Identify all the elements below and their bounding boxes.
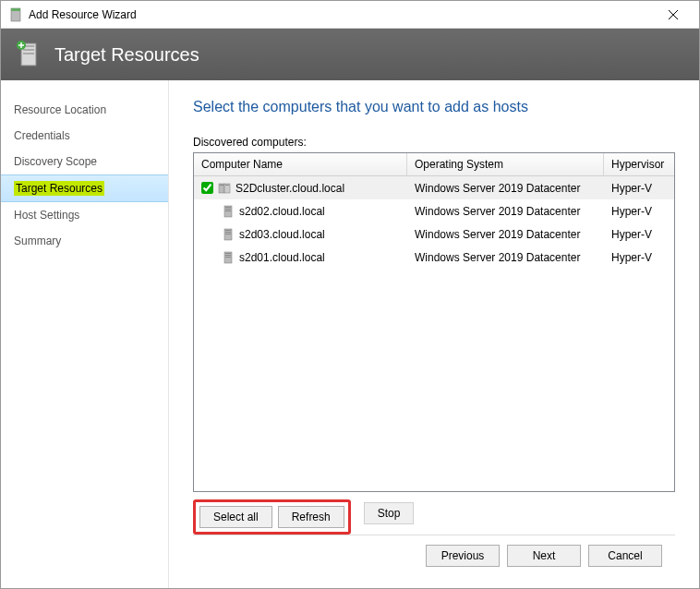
server-icon <box>221 227 235 242</box>
cell-computer-name: s2d03.cloud.local <box>194 227 407 242</box>
svg-rect-22 <box>225 234 231 234</box>
wizard-icon <box>8 7 23 22</box>
server-icon <box>221 250 235 265</box>
close-button[interactable] <box>655 2 692 28</box>
column-header-hypervisor[interactable]: Hypervisor <box>604 153 674 175</box>
wizard-step[interactable]: Resource Location <box>1 97 168 123</box>
cell-hypervisor: Hyper-V <box>604 205 674 218</box>
wizard-step-label: Discovery Scope <box>14 155 97 168</box>
list-label: Discovered computers: <box>193 136 675 149</box>
cell-hypervisor: Hyper-V <box>604 182 674 195</box>
svg-rect-16 <box>225 207 231 208</box>
row-checkbox[interactable] <box>201 182 213 194</box>
svg-rect-21 <box>225 232 231 233</box>
wizard-step-label: Summary <box>14 234 61 247</box>
wizard-step[interactable]: Summary <box>1 228 168 254</box>
cell-hypervisor: Hyper-V <box>604 251 674 264</box>
wizard-sidebar: Resource LocationCredentialsDiscovery Sc… <box>1 80 169 589</box>
wizard-step-label: Credentials <box>14 129 70 142</box>
svg-rect-13 <box>220 185 223 186</box>
cell-computer-name: S2Dcluster.cloud.local <box>194 181 407 196</box>
svg-rect-18 <box>225 210 231 211</box>
titlebar: Add Resource Wizard <box>1 1 699 29</box>
svg-rect-7 <box>23 53 34 54</box>
select-all-button[interactable]: Select all <box>199 506 272 528</box>
column-header-name[interactable]: Computer Name <box>194 153 407 175</box>
svg-rect-14 <box>225 185 229 186</box>
svg-rect-17 <box>225 209 231 210</box>
main-heading: Select the computers that you want to ad… <box>193 99 675 115</box>
wizard-step[interactable]: Credentials <box>1 123 168 149</box>
computer-name-text: s2d02.cloud.local <box>239 205 325 218</box>
header-band: Target Resources <box>1 29 699 80</box>
computers-grid: Computer Name Operating System Hyperviso… <box>193 152 675 492</box>
svg-rect-25 <box>225 255 231 256</box>
server-icon <box>221 204 235 219</box>
column-header-os[interactable]: Operating System <box>407 153 604 175</box>
wizard-step[interactable]: Host Settings <box>1 202 168 228</box>
table-row[interactable]: s2d03.cloud.localWindows Server 2019 Dat… <box>194 222 674 246</box>
computer-name-text: s2d01.cloud.local <box>239 251 325 264</box>
table-row[interactable]: S2Dcluster.cloud.localWindows Server 201… <box>194 176 674 199</box>
wizard-step[interactable]: Discovery Scope <box>1 149 168 174</box>
refresh-button[interactable]: Refresh <box>278 506 344 528</box>
wizard-step-label: Resource Location <box>14 103 106 116</box>
cluster-icon <box>217 181 232 196</box>
cancel-button[interactable]: Cancel <box>588 545 662 567</box>
server-add-icon <box>14 40 43 69</box>
window-title: Add Resource Wizard <box>29 8 655 21</box>
next-button[interactable]: Next <box>507 545 581 567</box>
cell-os: Windows Server 2019 Datacenter <box>407 205 604 218</box>
computer-name-text: S2Dcluster.cloud.local <box>235 182 344 195</box>
cell-os: Windows Server 2019 Datacenter <box>407 182 604 195</box>
wizard-footer: Previous Next Cancel <box>193 535 675 576</box>
svg-rect-20 <box>225 230 231 231</box>
svg-rect-6 <box>23 49 34 51</box>
svg-rect-1 <box>11 8 20 11</box>
cell-computer-name: s2d02.cloud.local <box>194 204 407 219</box>
cell-os: Windows Server 2019 Datacenter <box>407 251 604 264</box>
svg-rect-24 <box>225 253 231 254</box>
cell-computer-name: s2d01.cloud.local <box>194 250 407 265</box>
wizard-step-label: Target Resources <box>14 181 104 196</box>
wizard-step-label: Host Settings <box>14 209 79 222</box>
cell-os: Windows Server 2019 Datacenter <box>407 228 604 241</box>
grid-header: Computer Name Operating System Hyperviso… <box>194 153 674 176</box>
previous-button[interactable]: Previous <box>426 545 500 567</box>
cell-hypervisor: Hyper-V <box>604 228 674 241</box>
stop-button: Stop <box>364 502 415 524</box>
table-row[interactable]: s2d01.cloud.localWindows Server 2019 Dat… <box>194 246 674 269</box>
page-heading: Target Resources <box>54 44 199 66</box>
computer-name-text: s2d03.cloud.local <box>239 228 325 241</box>
wizard-step[interactable]: Target Resources <box>1 174 168 202</box>
svg-rect-26 <box>225 257 231 258</box>
action-button-highlight: Select all Refresh <box>193 499 351 535</box>
table-row[interactable]: s2d02.cloud.localWindows Server 2019 Dat… <box>194 199 674 222</box>
